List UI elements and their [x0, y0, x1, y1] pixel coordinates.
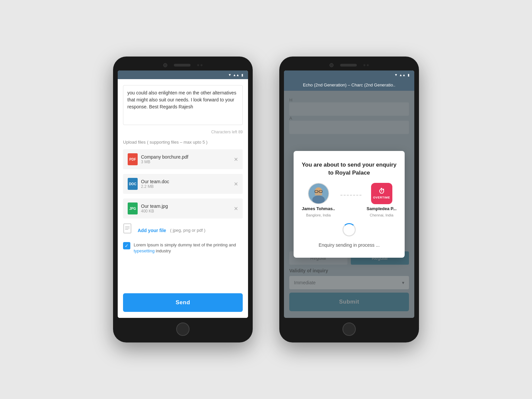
phone-2: ▾ ▲▲ ▮ Echo (2nd Generation) – Charc (2n…: [279, 57, 419, 342]
enquiry-status-text: Enquiry sending in process ...: [319, 242, 380, 248]
upload-hint: ( supporting files – max upto 5 ): [147, 140, 207, 145]
dashed-connector: [340, 195, 361, 196]
company-logo: ⏱ OVERTIME: [371, 183, 392, 204]
company-name: Sampledea P...: [367, 206, 397, 211]
speaker: [174, 64, 191, 66]
phone-1-bottom: [118, 318, 248, 336]
phone-dots-2: [363, 64, 369, 66]
svg-point-6: [312, 195, 325, 204]
status-bar-1: ▾ ▲▲ ▮: [118, 70, 248, 79]
phone-2-body: H A You are about to send your enquiry t…: [284, 91, 414, 318]
modal-card: You are about to send your enquiry to Ro…: [294, 151, 404, 258]
phone-1-body: you could also enlighten me on the other…: [118, 79, 248, 318]
file-item-jpg: JPG Our team.jpg 400 KB ✕: [123, 199, 243, 218]
home-button-1[interactable]: [176, 323, 190, 336]
jpg-icon: JPG: [128, 202, 138, 214]
remove-jpg-button[interactable]: ✕: [234, 205, 238, 212]
checkbox[interactable]: ✓: [123, 242, 130, 249]
typesetting-link[interactable]: typesetting: [134, 248, 155, 253]
loading-spinner: [342, 223, 356, 236]
page-wrapper: ▾ ▲▲ ▮ you could also enlighten me on th…: [0, 0, 532, 399]
add-file-text[interactable]: Add your file: [138, 228, 166, 233]
add-file-icon: [123, 223, 134, 237]
checkbox-row[interactable]: ✓ Lorem Ipsum is simply dummy text of th…: [123, 242, 243, 254]
header-title: Echo (2nd Generation) – Charc (2nd Gener…: [289, 82, 410, 87]
file-name-jpg: Our team.jpg: [141, 203, 168, 209]
svg-rect-3: [125, 229, 128, 230]
upload-label: Upload files ( supporting files – max up…: [123, 139, 243, 145]
pdf-icon: PDF: [128, 153, 138, 165]
phone-1-top: [118, 63, 248, 70]
phone-2-screen: ▾ ▲▲ ▮ Echo (2nd Generation) – Charc (2n…: [284, 70, 414, 318]
signal-icon: ▲▲: [233, 73, 239, 77]
phone-2-header: Echo (2nd Generation) – Charc (2nd Gener…: [284, 79, 414, 91]
modal-title: You are about to send your enquiry to Ro…: [302, 161, 396, 177]
phone-1: ▾ ▲▲ ▮ you could also enlighten me on th…: [113, 57, 253, 342]
camera-icon-2: [330, 63, 333, 67]
modal-company: ⏱ OVERTIME Sampledea P... Chennai, India: [367, 183, 397, 217]
add-file-hint: ( jpeg, png or pdf ): [170, 228, 205, 233]
remove-doc-button[interactable]: ✕: [234, 181, 238, 187]
wifi-icon-2: ▾: [395, 72, 397, 77]
home-button-2[interactable]: [342, 323, 356, 336]
svg-rect-2: [125, 228, 130, 228]
dot-2: [200, 64, 202, 66]
battery-icon: ▮: [241, 73, 243, 77]
wifi-icon: ▾: [229, 72, 231, 77]
dot-1: [197, 64, 199, 66]
file-name-pdf: Company borchure.pdf: [141, 154, 188, 160]
file-size-jpg: 400 KB: [141, 209, 168, 213]
modal-users: James Tohmas.. Banglore, India ⏱ OVERTIM…: [302, 183, 396, 217]
message-textarea[interactable]: you could also enlighten me on the other…: [123, 85, 243, 125]
doc-icon: DOC: [128, 178, 138, 190]
svg-rect-8: [315, 193, 322, 196]
file-item-pdf: PDF Company borchure.pdf 3 MB ✕: [123, 149, 243, 169]
phone-1-screen: ▾ ▲▲ ▮ you could also enlighten me on th…: [118, 70, 248, 318]
speaker-2: [340, 64, 357, 66]
phone-dots: [197, 64, 202, 66]
modal-overlay: You are about to send your enquiry to Ro…: [284, 91, 414, 318]
status-bar-2: ▾ ▲▲ ▮: [284, 70, 414, 79]
company-location: Chennai, India: [370, 213, 393, 217]
send-button[interactable]: Send: [123, 293, 243, 312]
signal-icon-2: ▲▲: [399, 73, 406, 77]
dot-4: [367, 64, 369, 66]
user-avatar: [308, 183, 329, 204]
file-size-pdf: 3 MB: [141, 160, 188, 164]
user-name: James Tohmas..: [302, 206, 335, 211]
user-location: Banglore, India: [306, 213, 331, 217]
file-name-doc: Our team.doc: [141, 179, 169, 184]
file-item-doc: DOC Our team.doc 2.2 MB ✕: [123, 174, 243, 194]
camera-icon: [163, 63, 167, 67]
add-file-row[interactable]: Add your file ( jpeg, png or pdf ): [123, 223, 243, 237]
company-logo-text: OVERTIME: [373, 196, 390, 199]
svg-rect-1: [125, 226, 130, 227]
battery-icon-2: ▮: [408, 73, 410, 77]
remove-pdf-button[interactable]: ✕: [234, 156, 238, 163]
phone-2-top: [284, 63, 414, 70]
chars-left: Characters left 89: [123, 130, 243, 134]
file-size-doc: 2.2 MB: [141, 184, 169, 189]
modal-user: James Tohmas.. Banglore, India: [302, 183, 335, 217]
dot-3: [363, 64, 365, 66]
checkbox-text: Lorem Ipsum is simply dummy text of the …: [134, 242, 243, 254]
phone-2-bottom: [284, 318, 414, 336]
